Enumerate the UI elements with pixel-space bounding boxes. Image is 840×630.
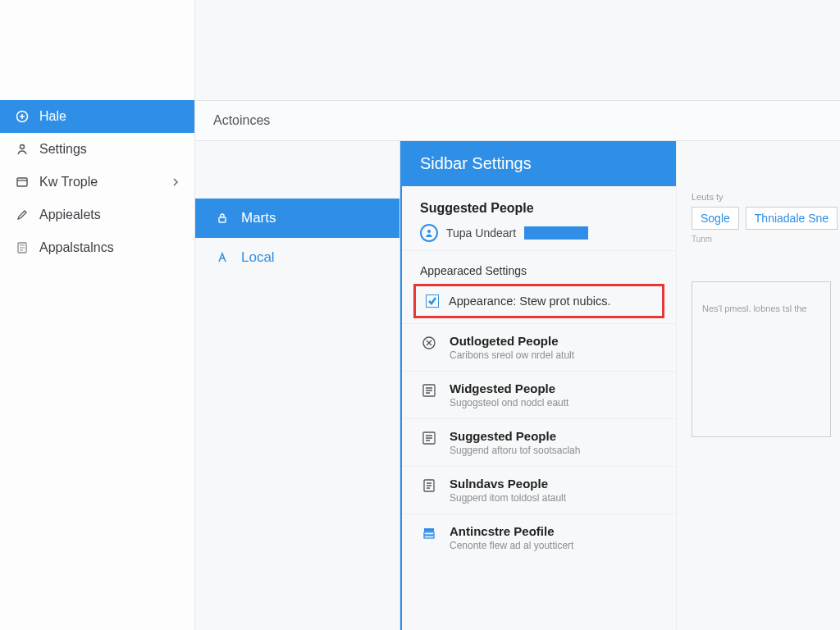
- setting-title: Outlogeted People: [450, 334, 574, 348]
- sidebar-item-appalstalncs[interactable]: Appalstalncs: [0, 231, 194, 264]
- aside-button-row: Sogle Thniadale Sne: [692, 207, 840, 230]
- a-icon: [215, 250, 230, 265]
- suggested-person-name: Tupa Undeart: [446, 226, 516, 240]
- sidebar-item-label: Appiealets: [39, 208, 180, 222]
- setting-subtitle: Sugperd itom toldosl atault: [450, 492, 566, 504]
- panel-body: Suggested People Tupa Undeart Appearaced…: [402, 186, 676, 561]
- avatar-icon: [420, 224, 438, 242]
- svg-point-5: [427, 230, 431, 233]
- appearance-subheading: Appearaced Settings: [402, 250, 676, 281]
- note-icon: [15, 240, 30, 255]
- setting-subtitle: Caribons sreol ow nrdel atult: [450, 349, 574, 361]
- setting-item-suggested[interactable]: Suggested People Suggend aftoru tof soot…: [402, 418, 676, 466]
- breadcrumb: Actoinces: [195, 100, 840, 141]
- preview-box: Nes'l pmesl. lobnes tsl the: [692, 281, 831, 437]
- work-row: Marts Local Sidbar Settings Suggested Pe…: [195, 141, 840, 630]
- sidebar-item-label: Hale: [39, 109, 180, 124]
- sidebar-item-kw-trople[interactable]: Kw Trople: [0, 166, 194, 199]
- lock-icon: [215, 211, 230, 226]
- main-column: Actoinces Marts Local: [195, 0, 840, 630]
- sidebar-item-settings[interactable]: Settings: [0, 133, 194, 166]
- sidebar-item-label: Settings: [39, 142, 180, 157]
- panel-title: Sidbar Settings: [402, 141, 676, 186]
- setting-subtitle: Cenonte flew ad al youtticert: [450, 540, 573, 551]
- selection-indicator: [524, 226, 588, 240]
- preview-text: Nes'l pmesl. lobnes tsl the: [702, 304, 806, 313]
- setting-item-outlogeted[interactable]: Outlogeted People Caribons sreol ow nrde…: [402, 323, 676, 371]
- plus-circle-icon: [15, 109, 30, 124]
- setting-subtitle: Sugogsteol ond nodcl eautt: [450, 397, 568, 409]
- primary-sidebar: Hale Settings Kw Trople Appiealets: [0, 0, 195, 630]
- sidebar-item-label: Kw Trople: [39, 175, 162, 189]
- chevron-right-icon: [171, 175, 180, 189]
- aside-tiny-label: Tunm: [692, 235, 840, 244]
- clock-x-icon: [420, 334, 438, 352]
- pencil-icon: [15, 208, 30, 222]
- appearance-checkbox-row[interactable]: Appearance: Stew prot nubics.: [413, 284, 664, 318]
- aside-caption: Leuts ty: [692, 192, 840, 202]
- settings-panel-main: Sidbar Settings Suggested People Tupa Un…: [400, 141, 676, 630]
- sidebar-item-hale[interactable]: Hale: [0, 100, 194, 133]
- card-icon: [15, 175, 30, 189]
- suggested-person-row[interactable]: Tupa Undeart: [402, 219, 676, 250]
- sidebar-item-appiealets[interactable]: Appiealets: [0, 199, 194, 231]
- midnav-item-label: Local: [241, 249, 275, 266]
- doc-icon: [420, 477, 438, 495]
- svg-rect-4: [219, 217, 226, 222]
- suggested-people-heading: Suggested People: [402, 198, 676, 219]
- app-root: Hale Settings Kw Trople Appiealets: [0, 0, 840, 630]
- right-aside: Leuts ty Sogle Thniadale Sne Tunm Nes'l …: [676, 141, 840, 630]
- settings-panel: Sidbar Settings Suggested People Tupa Un…: [400, 141, 840, 630]
- midnav-item-local[interactable]: Local: [195, 238, 399, 277]
- svg-rect-11: [424, 532, 434, 535]
- setting-item-widgested[interactable]: Widgested People Sugogsteol ond nodcl ea…: [402, 371, 676, 418]
- sogle-button[interactable]: Sogle: [692, 207, 739, 230]
- sidebar-item-label: Appalstalncs: [39, 240, 180, 255]
- svg-rect-2: [17, 178, 27, 186]
- setting-title: Antincstre Peofile: [450, 524, 573, 538]
- stack-icon: [420, 524, 438, 542]
- setting-subtitle: Suggend aftoru tof sootsaclah: [450, 445, 580, 456]
- midnav-item-marts[interactable]: Marts: [195, 199, 399, 238]
- header-gap: [195, 0, 840, 100]
- user-icon: [15, 142, 30, 157]
- setting-item-antincstre[interactable]: Antincstre Peofile Cenonte flew ad al yo…: [402, 514, 676, 561]
- secondary-nav: Marts Local: [195, 141, 400, 630]
- appearance-checkbox-label: Appearance: Stew prot nubics.: [449, 294, 610, 308]
- setting-title: Sulndavs People: [450, 477, 566, 491]
- midnav-item-label: Marts: [241, 210, 276, 226]
- setting-item-sulndavs[interactable]: Sulndavs People Sugperd itom toldosl ata…: [402, 466, 676, 514]
- svg-rect-12: [424, 536, 434, 538]
- breadcrumb-label: Actoinces: [213, 113, 270, 128]
- checkbox-checked-icon[interactable]: [426, 294, 439, 308]
- list-icon: [420, 381, 438, 399]
- svg-rect-10: [424, 528, 434, 532]
- setting-title: Suggested People: [450, 429, 580, 443]
- setting-title: Widgested People: [450, 381, 568, 395]
- list-icon: [420, 429, 438, 447]
- thniadale-button[interactable]: Thniadale Sne: [746, 207, 838, 230]
- svg-point-1: [21, 145, 25, 149]
